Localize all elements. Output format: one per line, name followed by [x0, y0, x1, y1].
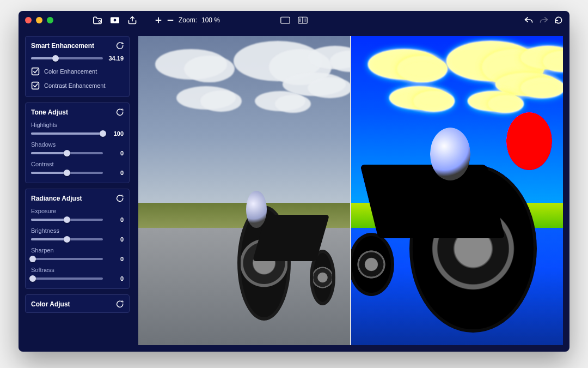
- slider-label: Softness: [31, 267, 124, 273]
- checkbox-checked-icon: [31, 67, 40, 76]
- app-window: Zoom: 100 %: [19, 11, 569, 352]
- slider-value: 0: [107, 170, 124, 176]
- slider-value: 0: [107, 236, 124, 243]
- radiance-controls-row: Sharpen0: [31, 247, 124, 262]
- zoom-label: Zoom:: [179, 16, 197, 24]
- tone-controls-slider[interactable]: 0: [31, 150, 124, 156]
- panel-title: Smart Enhancement: [31, 42, 94, 50]
- slider-label: Highlights: [31, 122, 124, 128]
- undo-button[interactable]: [524, 16, 534, 25]
- panel-title: Color Adjust: [31, 300, 70, 308]
- slider-label: Exposure: [31, 208, 124, 214]
- svg-rect-3: [281, 17, 290, 23]
- panel-smart-enhancement: Smart Enhancement 34.19 Color Enhance: [25, 36, 130, 97]
- single-view-icon[interactable]: [280, 16, 290, 24]
- compare-divider[interactable]: [350, 36, 351, 345]
- enhanced-image: [351, 36, 563, 345]
- slider-value: 0: [107, 216, 124, 223]
- sidebar[interactable]: Smart Enhancement 34.19 Color Enhance: [25, 36, 133, 345]
- zoom-out-button[interactable]: [167, 16, 174, 24]
- radiance-controls-slider[interactable]: 0: [31, 236, 124, 243]
- panel-color-adjust: Color Adjust: [25, 294, 130, 313]
- original-image: [138, 36, 350, 345]
- split-view-icon[interactable]: [298, 16, 308, 24]
- checkbox-checked-icon: [31, 81, 40, 90]
- radiance-controls-row: Brightness0: [31, 227, 124, 243]
- radiance-controls-slider[interactable]: 0: [31, 275, 124, 282]
- image-canvas[interactable]: [138, 36, 563, 345]
- reset-icon[interactable]: [116, 195, 124, 202]
- slider-label: Sharpen: [31, 247, 124, 254]
- svg-point-2: [114, 19, 117, 22]
- radiance-controls-slider[interactable]: 0: [31, 216, 124, 223]
- tone-controls-slider[interactable]: 100: [31, 130, 124, 137]
- reset-icon[interactable]: [116, 42, 124, 50]
- refresh-button[interactable]: [554, 16, 563, 25]
- color-enhancement-checkbox[interactable]: Color Enhancement: [31, 67, 124, 76]
- slider-value: 0: [107, 275, 124, 282]
- svg-rect-10: [32, 68, 39, 75]
- slider-value: 100: [107, 130, 124, 137]
- titlebar: Zoom: 100 %: [19, 11, 569, 29]
- export-icon[interactable]: [127, 15, 138, 25]
- redo-button[interactable]: [539, 16, 549, 25]
- slider-label: Contrast: [31, 161, 124, 167]
- radiance-controls-row: Softness0: [31, 267, 124, 282]
- zoom-in-button[interactable]: [155, 16, 162, 24]
- reset-icon[interactable]: [116, 300, 124, 308]
- zoom-controls: Zoom: 100 %: [155, 16, 220, 24]
- zoom-value: 100 %: [201, 16, 220, 24]
- tone-controls-row: Shadows0: [31, 141, 124, 156]
- open-folder-icon[interactable]: [92, 16, 103, 25]
- contrast-enhancement-checkbox[interactable]: Contrast Enhancement: [31, 81, 124, 90]
- window-close-button[interactable]: [25, 17, 32, 23]
- radiance-controls-slider[interactable]: 0: [31, 256, 124, 262]
- panel-title: Tone Adjust: [31, 108, 68, 116]
- tone-controls-row: Highlights100: [31, 122, 124, 137]
- panel-tone-adjust: Tone Adjust Highlights100Shadows0Contras…: [25, 102, 130, 183]
- svg-rect-11: [32, 82, 39, 89]
- radiance-controls-row: Exposure0: [31, 208, 124, 223]
- checkbox-label: Contrast Enhancement: [44, 82, 106, 89]
- view-mode-group: [280, 16, 308, 24]
- open-image-icon[interactable]: [109, 16, 120, 25]
- slider-value: 34.19: [107, 55, 124, 62]
- tone-controls-row: Contrast0: [31, 161, 124, 176]
- window-controls: [25, 17, 53, 23]
- slider-label: Brightness: [31, 227, 124, 234]
- smart-amount-slider[interactable]: 34.19: [31, 55, 124, 62]
- panel-title: Radiance Adjust: [31, 195, 82, 202]
- radiance-controls: Exposure0Brightness0Sharpen0Softness0: [31, 208, 124, 282]
- slider-value: 0: [107, 256, 124, 262]
- window-maximize-button[interactable]: [47, 17, 53, 23]
- tone-controls: Highlights100Shadows0Contrast0: [31, 122, 124, 176]
- compare-view: [138, 36, 563, 345]
- panel-radiance-adjust: Radiance Adjust Exposure0Brightness0Shar…: [25, 189, 130, 289]
- window-minimize-button[interactable]: [36, 17, 42, 23]
- tone-controls-slider[interactable]: 0: [31, 170, 124, 176]
- slider-value: 0: [107, 150, 124, 156]
- checkbox-label: Color Enhancement: [44, 68, 97, 75]
- reset-icon[interactable]: [116, 108, 124, 116]
- slider-label: Shadows: [31, 141, 124, 148]
